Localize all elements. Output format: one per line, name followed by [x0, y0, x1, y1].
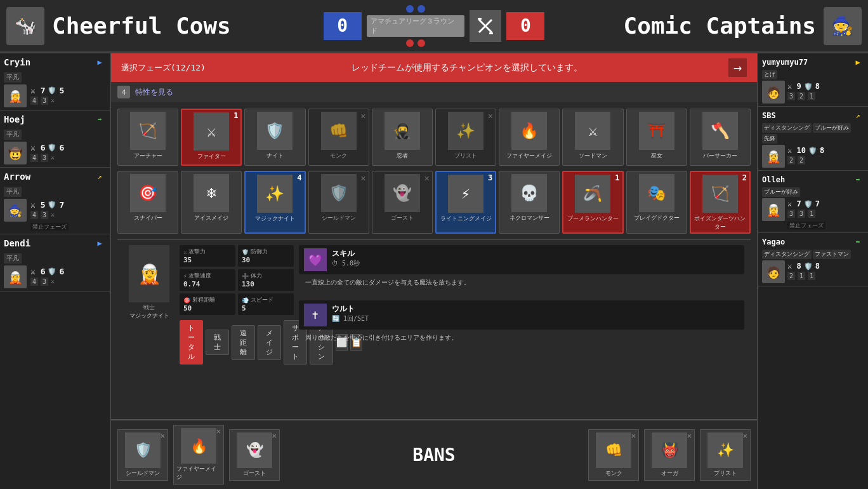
stat-blocks: ⚔️攻撃力 35 🛡️防御力 30: [180, 245, 294, 351]
player-sub-stats: 4 3 ⚔️: [30, 211, 106, 219]
champion-card-マジックナイト[interactable]: 4✨マジックナイト: [244, 171, 305, 234]
champion-name: ゴースト: [391, 214, 414, 222]
champion-card-バーサーカー[interactable]: 🪓バーサーカー: [690, 109, 751, 166]
champion-card-ファイヤーメイジ[interactable]: 🔥ファイヤーメイジ: [499, 109, 560, 166]
champion-card-スナイパー[interactable]: 🎯スナイパー: [117, 171, 178, 234]
champion-card-ゴースト[interactable]: ✕👻ゴースト: [372, 171, 433, 234]
champion-sprite: 🎭: [639, 174, 674, 212]
team-left-icon: 🐄: [6, 7, 44, 45]
header: 🐄 Cheerful Cows 0 アマチュアリーグ３ラウンド: [0, 0, 868, 53]
champion-section: 🏹アーチャー1⚔️ファイター🛡️ナイト✕👊モンク🥷忍者✕✨プリスト🔥ファイヤーメ…: [111, 102, 757, 419]
ban-sprite: 🛡️: [125, 432, 161, 468]
speed-val: 5: [242, 304, 290, 312]
league-text: アマチュアリーグ３ラウンド: [367, 15, 465, 37]
dot-red-1: [406, 39, 414, 47]
filter-button-遠距離[interactable]: 遠距離: [232, 325, 255, 360]
skill-info: スキル ⏱ 5.0秒: [332, 248, 739, 268]
player-avatar: 🧝: [762, 145, 785, 168]
stat-main-2: 6: [59, 143, 64, 152]
player-name: Hoej: [4, 114, 25, 124]
champion-sprite: 🪃: [575, 175, 610, 213]
champion-card-忍者[interactable]: 🥷忍者: [372, 109, 433, 166]
score-right: 0: [506, 12, 544, 40]
player-avatar: 🤠: [4, 142, 27, 164]
champion-name: ポイズンダーツハンター: [692, 215, 748, 231]
svg-rect-2: [478, 18, 482, 20]
team-right-name: Comic Captains: [624, 13, 816, 39]
ban-x-mark: ✕: [161, 431, 165, 440]
player-sub-stats: 3 2 1: [787, 92, 864, 100]
player-name: Cryin: [4, 57, 30, 67]
champion-card-ファイター[interactable]: 1⚔️ファイター: [181, 109, 242, 166]
champion-card-ライトニングメイジ[interactable]: 3⚡ライトニングメイジ: [435, 171, 496, 234]
attack-speed-block: ⚡攻撃速度 0.74: [180, 269, 235, 291]
champion-sprite: 👻: [385, 174, 420, 212]
phase-arrow[interactable]: →: [728, 58, 747, 77]
champion-name: マジックナイト: [255, 215, 295, 223]
player-main-stats: ⚔️ 9 🛡️ 8: [787, 82, 864, 91]
champion-card-巫女[interactable]: ⛩️巫女: [626, 109, 687, 166]
left-player-card-Cryin: Cryin ▶ 平凡 🧝 ⚔️ 7 🛡️ 5 4 3 ⚔️: [0, 53, 110, 111]
phase-label: 選択フェーズ(12/12): [121, 62, 206, 74]
champion-sprite: 🛡️: [257, 112, 293, 150]
ult-info: ウルト 🔄 1回/SET: [332, 304, 739, 323]
player-header: Dendi ▶: [4, 237, 106, 250]
trait-label[interactable]: 特性を見る: [135, 87, 173, 98]
champion-sprite: 🔥: [511, 112, 547, 150]
dot-blue-1: [406, 5, 414, 13]
champion-name: 忍者: [397, 152, 408, 160]
player-sub-stats: 2 2: [787, 156, 864, 164]
champion-card-ブーメランハンター[interactable]: 1🪃ブーメランハンター: [562, 171, 623, 234]
player-name: yumyumyu77: [762, 58, 808, 67]
defense-block: 🛡️防御力 30: [238, 245, 294, 267]
player-rank: 平凡: [4, 253, 22, 264]
ban-x-icon: ✕: [360, 111, 365, 121]
stat-main-2: 5: [59, 86, 64, 95]
player-header: Olleh ➡: [762, 173, 864, 186]
trait-tags: ブルーが好み: [762, 187, 864, 197]
champion-card-ナイト[interactable]: 🛡️ナイト: [244, 109, 305, 166]
champion-card-ソードマン[interactable]: ⚔️ソードマン: [562, 109, 623, 166]
champion-card-ポイズンダーツハンター[interactable]: 2🏹ポイズンダーツハンター: [690, 171, 751, 234]
player-badge-icon: ▶: [852, 56, 864, 69]
player-rank: 平凡: [4, 187, 22, 197]
champion-name: スナイパー: [134, 214, 162, 222]
score-area: 0 アマチュアリーグ３ラウンド: [324, 5, 545, 47]
player-avatar: 🧑: [762, 81, 785, 104]
ban-name: ファイヤーメイジ: [176, 465, 221, 481]
ban-x-mark: ✕: [216, 427, 221, 436]
champion-card-プリスト[interactable]: ✕✨プリスト: [435, 109, 496, 166]
ult-cooldown: 🔄 1回/SET: [332, 314, 739, 323]
dot-red-2: [418, 39, 425, 47]
champion-card-アイスメイジ[interactable]: ❄️アイスメイジ: [181, 171, 242, 234]
player-sub-stats: 4 3 ⚔️: [30, 97, 106, 105]
trait-tag: ディスタンシング: [762, 123, 812, 133]
team-left: 🐄 Cheerful Cows: [6, 7, 324, 45]
trait-tag: ブルーが好み: [762, 187, 800, 197]
right-sidebar: yumyumyu77 ▶ とげ 🧑 ⚔️ 9 🛡️ 8 3 2 1: [757, 53, 868, 489]
filter-button-戦士[interactable]: 戦士: [206, 330, 229, 355]
stat-main-1: ⚔️ 7: [30, 86, 45, 95]
right-player-card-SBS: SBS ↗ ディスタンシングブルーが好み先鋒 🧝 ⚔️ 10 🛡️ 8 2 2: [758, 107, 868, 171]
phase-description: レッドチームが使用するチャンピオンを選択しています。: [216, 62, 718, 74]
stats-panel: 🧝 戦士 マジックナイト ⚔️攻撃力 35: [117, 239, 751, 356]
champion-name: ライトニングメイジ: [440, 215, 492, 223]
champion-card-ネクロマンサー[interactable]: 💀ネクロマンサー: [499, 171, 560, 234]
preview-champ-name: 戦士 マジックナイト: [129, 304, 169, 320]
champion-card-モンク[interactable]: ✕👊モンク: [308, 109, 369, 166]
champion-grid-row2: 🎯スナイパー❄️アイスメイジ4✨マジックナイト✕🛡️シールドマン✕👻ゴースト3⚡…: [117, 171, 751, 234]
champion-card-アーチャー[interactable]: 🏹アーチャー: [117, 109, 178, 166]
champion-card-シールドマン[interactable]: ✕🛡️シールドマン: [308, 171, 369, 234]
filter-button-メイジ[interactable]: メイジ: [258, 325, 281, 360]
champion-name: ソードマン: [579, 152, 607, 160]
player-header: Yagao ➡: [762, 236, 864, 248]
ult-description: 周りの敵たちを中心に引き付けるエリアを作ります。: [305, 333, 744, 352]
player-avatar: 🧝: [4, 84, 27, 107]
player-badge-icon: ↗: [93, 170, 106, 183]
filter-button-トータル[interactable]: トータル: [180, 320, 203, 365]
ban-sprite: 👊: [596, 432, 631, 468]
team-left-name: Cheerful Cows: [52, 13, 231, 39]
champion-card-プレイグドクター[interactable]: 🎭プレイグドクター: [626, 171, 687, 234]
preview-sprite: 🧝: [129, 245, 169, 302]
trait-tag: ブルーが好み: [813, 123, 851, 133]
